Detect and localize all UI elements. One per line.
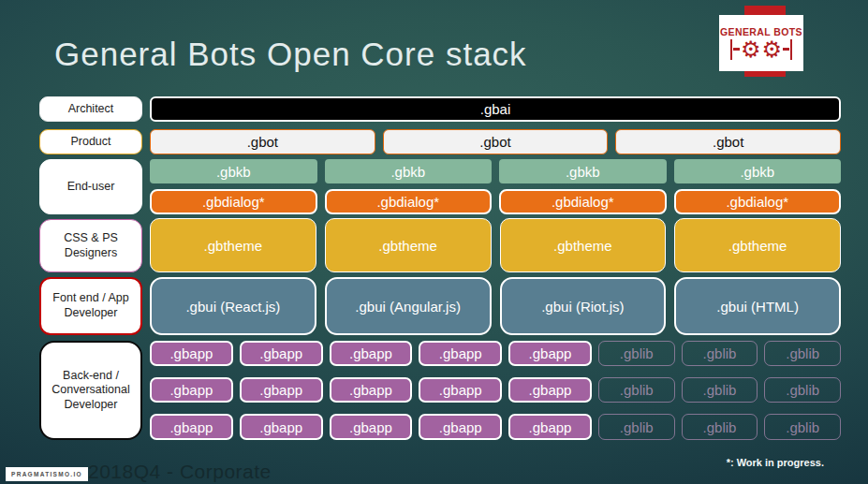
- logo-brand-text: GENERAL BOTS: [720, 26, 802, 37]
- block-gbdialog: .gbdialog*: [499, 189, 667, 214]
- block-gblib: .gblib: [598, 377, 675, 403]
- role-label-css-ps-designers: CSS & PS Designers: [39, 219, 142, 272]
- block-gbapp: .gbapp: [419, 341, 502, 366]
- row-gbui: .gbui (React.js) .gbui (Angular.js) .gbu…: [150, 277, 841, 335]
- gear-axle-bar: [790, 39, 792, 60]
- general-bots-logo: GENERAL BOTS ⚙ ⚙: [719, 15, 803, 71]
- block-gblib: .gblib: [598, 414, 675, 440]
- work-in-progress-note: *: Work in progress.: [727, 457, 824, 468]
- block-gblib: .gblib: [682, 341, 758, 366]
- block-gbai: .gbai: [150, 96, 841, 122]
- row-gbtheme: .gbtheme .gbtheme .gbtheme .gbtheme: [150, 218, 841, 272]
- block-gbdialog: .gbdialog*: [325, 189, 493, 214]
- gear-axle-line: [733, 48, 740, 51]
- block-gbtheme: .gbtheme: [150, 218, 316, 272]
- row-gbapp-3: .gbapp .gbapp .gbapp .gbapp .gbapp .gbli…: [150, 414, 841, 440]
- block-gblib: .gblib: [764, 377, 841, 403]
- gear-axle-line: [783, 48, 789, 51]
- row-gbai: .gbai: [150, 96, 841, 122]
- role-label-frontend-app-developer: Font end / App Developer: [39, 277, 142, 335]
- block-gbui-html: .gbui (HTML): [674, 277, 841, 335]
- block-gbapp: .gbapp: [330, 341, 413, 366]
- pragmatismo-logo: PRAGMATISMO.IO: [6, 467, 88, 481]
- gear-icon: ⚙: [741, 38, 761, 61]
- block-gbapp: .gbapp: [508, 341, 592, 366]
- row-gbapp-1: .gbapp .gbapp .gbapp .gbapp .gbapp .gbli…: [150, 341, 841, 366]
- block-gbkb: .gbkb: [150, 159, 317, 183]
- row-gbot: .gbot .gbot .gbot: [150, 129, 841, 154]
- block-gbapp: .gbapp: [419, 414, 502, 440]
- block-gbapp: .gbapp: [508, 414, 592, 440]
- block-gbapp: .gbapp: [330, 377, 413, 403]
- block-gblib: .gblib: [682, 414, 758, 440]
- role-label-product: Product: [39, 129, 142, 154]
- block-gbapp: .gbapp: [508, 377, 592, 403]
- gear-axle-bar: [730, 39, 732, 60]
- block-gbapp: .gbapp: [150, 341, 233, 366]
- block-gbdialog: .gbdialog*: [150, 189, 317, 214]
- block-gbot: .gbot: [615, 129, 841, 154]
- role-label-end-user: End-user: [39, 159, 142, 214]
- gears-artwork: ⚙ ⚙: [730, 38, 792, 61]
- block-gblib: .gblib: [764, 341, 841, 366]
- role-label-architect: Architect: [39, 96, 142, 122]
- block-gbapp: .gbapp: [240, 377, 323, 403]
- block-gblib: .gblib: [682, 377, 758, 403]
- block-gbui-react: .gbui (React.js): [150, 277, 316, 335]
- slide: General Bots Open Core stack GENERAL BOT…: [0, 0, 868, 484]
- role-label-backend-conversational-developer: Back-end / Conversational Developer: [39, 341, 142, 440]
- row-gbdialog: .gbdialog* .gbdialog* .gbdialog* .gbdial…: [150, 189, 841, 214]
- block-gbapp: .gbapp: [150, 414, 233, 440]
- block-gbkb: .gbkb: [674, 159, 842, 183]
- block-gbdialog: .gbdialog*: [674, 189, 842, 214]
- block-gbkb: .gbkb: [499, 159, 667, 183]
- row-gbkb: .gbkb .gbkb .gbkb .gbkb: [150, 159, 841, 183]
- gear-icon: ⚙: [762, 38, 783, 61]
- footer-caption: 2018Q4 - Corporate: [88, 461, 272, 483]
- block-gbapp: .gbapp: [240, 414, 323, 440]
- page-title: General Bots Open Core stack: [54, 36, 527, 73]
- block-gbot: .gbot: [383, 129, 609, 154]
- block-gbtheme: .gbtheme: [500, 218, 667, 272]
- row-gbapp-2: .gbapp .gbapp .gbapp .gbapp .gbapp .gbli…: [150, 377, 841, 403]
- block-gblib: .gblib: [764, 414, 841, 440]
- block-gbtheme: .gbtheme: [674, 218, 841, 272]
- block-gbapp: .gbapp: [240, 341, 323, 366]
- block-gbui-riot: .gbui (Riot.js): [500, 277, 667, 335]
- block-gbkb: .gbkb: [325, 159, 493, 183]
- block-gblib: .gblib: [598, 341, 675, 366]
- block-gbapp: .gbapp: [419, 377, 502, 403]
- block-gbapp: .gbapp: [330, 414, 413, 440]
- block-gbot: .gbot: [150, 129, 375, 154]
- block-gbtheme: .gbtheme: [325, 218, 492, 272]
- block-gbui-angular: .gbui (Angular.js): [325, 277, 492, 335]
- block-gbapp: .gbapp: [150, 377, 233, 403]
